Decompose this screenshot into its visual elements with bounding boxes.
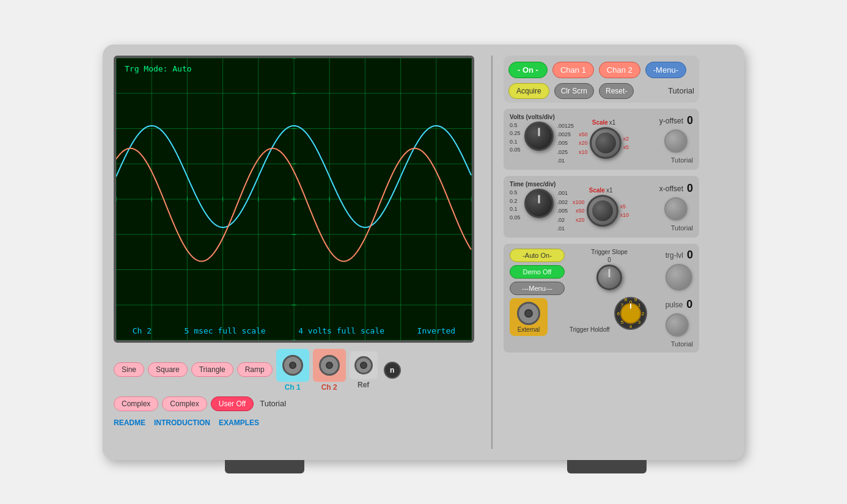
triangle-button[interactable]: Triangle [191, 362, 233, 377]
x-offset-value: 0 [687, 182, 693, 195]
panel-divider [491, 56, 493, 449]
y-scale-mult-labels: x50 x20 x10 [579, 130, 588, 156]
svg-text:6: 6 [617, 311, 620, 316]
y-volt-labels: Volts (volts/div) 0.5 0.25 0.1 0.05 [510, 114, 574, 166]
reset-button[interactable]: Reset- [599, 83, 634, 99]
x-scale-numbers: .001 .002 .005 .02 .01 [557, 189, 568, 233]
trigger-holdoff-group: Trigger Holdoff 0 1 2 3 4 5 6 7 8 [570, 295, 649, 334]
sine-button[interactable]: Sine [114, 362, 144, 377]
trigger-slope-knob[interactable] [596, 265, 622, 290]
footer-links: README INTRODUCTION EXAMPLES [114, 418, 480, 427]
ch2-connector[interactable] [313, 349, 346, 382]
n-button[interactable]: n [384, 362, 401, 379]
volt-div-labels: 0.5 0.25 0.1 0.05 [510, 122, 521, 166]
y-offset-knob[interactable] [664, 130, 688, 153]
ref-circle [354, 356, 373, 374]
x-scale-mult-labels2: x5 x10 [620, 202, 629, 220]
trigger-left: -Auto On- Demo Off ---Menu--- External [510, 249, 565, 336]
ch1-connector[interactable] [276, 349, 309, 382]
examples-link[interactable]: EXAMPLES [219, 418, 259, 427]
y-section: Volts (volts/div) 0.5 0.25 0.1 0.05 [504, 109, 699, 170]
x-offset-group: x-offset 0 Tutorial [659, 182, 693, 232]
external-label: External [518, 326, 540, 333]
svg-text:4: 4 [629, 324, 632, 329]
pulse-label: pulse [666, 301, 683, 309]
trigger-right: trg-lvl 0 pulse 0 Tutorial [666, 249, 693, 348]
x-scale-knob[interactable] [587, 195, 618, 227]
x-time-knob[interactable] [524, 189, 554, 218]
scope-canvas [116, 58, 472, 340]
ch1-label: Ch 1 [285, 383, 301, 392]
pulse-knob[interactable] [666, 313, 689, 337]
right-foot [567, 460, 647, 473]
demo-off-button[interactable]: Demo Off [510, 265, 565, 279]
x-scale-knob-inner [592, 200, 613, 221]
holdoff-title: Trigger Holdoff [570, 326, 610, 333]
chan1-button[interactable]: Chan 1 [552, 62, 594, 78]
readme-link[interactable]: README [114, 418, 145, 427]
top-btn-row: - On - Chan 1 Chan 2 -Menu- [508, 59, 694, 83]
trg-lvl-label: trg-lvl [666, 251, 683, 260]
trigger-menu-button[interactable]: ---Menu--- [510, 282, 565, 295]
time-div-labels: 0.5 0.2 0.1 0.05 [510, 189, 521, 233]
x-offset-knob[interactable] [664, 197, 688, 221]
introduction-link[interactable]: INTRODUCTION [154, 418, 210, 427]
x-scale-x1: x1 [606, 187, 613, 194]
y-volt-knob[interactable] [524, 122, 554, 151]
trigger-tutorial-label: Tutorial [666, 340, 693, 348]
complex2-button[interactable]: Complex [162, 396, 207, 411]
clr-scrn-button[interactable]: Clr Scrn [554, 83, 594, 99]
ch1-circle [282, 355, 303, 376]
ch2-label: Ch 2 [321, 383, 337, 392]
second-btn-row: Acquire Clr Scrn Reset- Tutorial [508, 83, 694, 99]
status-time: 5 msec full scale [185, 326, 266, 335]
user-off-button[interactable]: User Off [211, 396, 254, 411]
ch2-box: Ch 2 [313, 349, 346, 392]
square-button[interactable]: Square [148, 362, 188, 377]
y-offset-value: 0 [687, 114, 693, 127]
trg-lvl-row: trg-lvl 0 [666, 249, 693, 261]
trigger-slope-value: 0 [607, 257, 611, 263]
ch2-inner [326, 362, 333, 369]
acquire-button[interactable]: Acquire [508, 83, 549, 99]
holdoff-dial[interactable]: 0 1 2 3 4 5 6 7 8 9 [612, 295, 649, 332]
left-panel: Trg Mode: Auto Ch 2 5 msec full scale 4 … [114, 56, 480, 449]
svg-text:2: 2 [642, 311, 645, 316]
x-offset-row: x-offset 0 [659, 182, 693, 195]
y-offset-label: y-offset [659, 117, 683, 125]
svg-text:8: 8 [625, 297, 628, 302]
trigger-slope-title: Trigger Slope [591, 249, 628, 255]
x-time-labels: Time (msec/div) 0.5 0.2 0.1 0.05 .001 .0… [510, 181, 568, 233]
trg-mode-text: Trg Mode: Auto [125, 64, 192, 73]
x-scale-group: Scale x1 x100 x50 x20 x5 x10 [573, 187, 629, 227]
complex1-button[interactable]: Complex [114, 396, 158, 411]
y-offset-group: y-offset 0 Tutorial [659, 114, 693, 164]
y-scale-knob-inner [595, 133, 616, 153]
y-offset-row: y-offset 0 [659, 114, 693, 127]
chan2-button[interactable]: Chan 2 [599, 62, 640, 78]
ref-connector[interactable] [350, 351, 378, 379]
ch2-circle [319, 355, 340, 376]
y-scale-knob[interactable] [590, 127, 622, 159]
y-scale-group: Scale x1 x50 x20 x10 x2 x5 [579, 119, 629, 159]
ramp-button[interactable]: Ramp [237, 362, 273, 377]
svg-text:9: 9 [634, 297, 637, 302]
x-offset-label: x-offset [659, 184, 683, 193]
y-section-title: Volts (volts/div) [510, 114, 574, 120]
top-tutorial-label: Tutorial [668, 86, 694, 95]
x-scale-title: Scale [589, 187, 605, 194]
trg-lvl-knob[interactable] [666, 264, 692, 291]
y-scale-title: Scale [592, 119, 608, 126]
status-inverted: Inverted [417, 326, 456, 335]
waveform-buttons: Sine Square Triangle Ramp Ch 1 [114, 348, 480, 392]
y-scale-x1: x1 [609, 119, 616, 126]
external-box[interactable]: External [510, 298, 548, 336]
pulse-value: 0 [686, 298, 692, 311]
waveform-buttons-row2: Complex Complex User Off Tutorial [114, 396, 480, 411]
on-button[interactable]: - On - [508, 62, 548, 78]
auto-on-button[interactable]: -Auto On- [510, 249, 565, 262]
pulse-row: pulse 0 [666, 298, 693, 311]
menu-button[interactable]: -Menu- [645, 62, 686, 78]
status-ch2: Ch 2 [133, 326, 152, 335]
right-panel: - On - Chan 1 Chan 2 -Menu- Acquire Clr … [504, 56, 699, 449]
